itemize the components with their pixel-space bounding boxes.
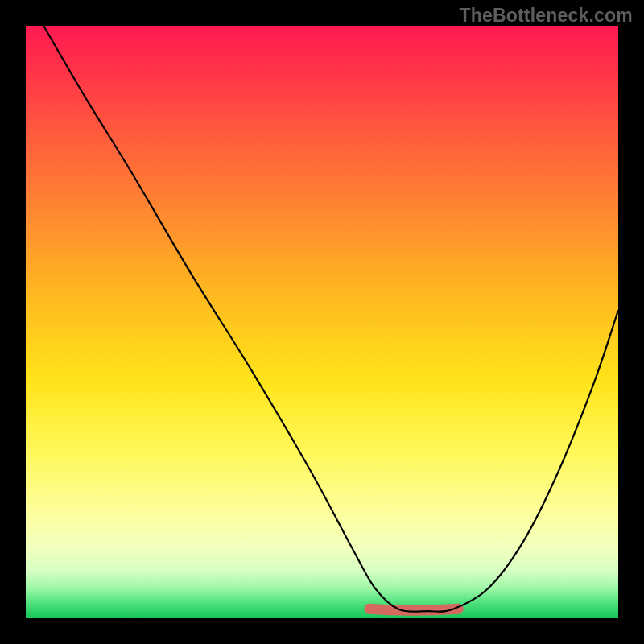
plot-area (26, 26, 618, 618)
bottleneck-curve (43, 26, 618, 612)
watermark-text: TheBottleneck.com (459, 5, 633, 27)
chart-svg (26, 26, 618, 618)
chart-frame: TheBottleneck.com (0, 0, 644, 644)
optimal-range-marker (369, 609, 458, 610)
